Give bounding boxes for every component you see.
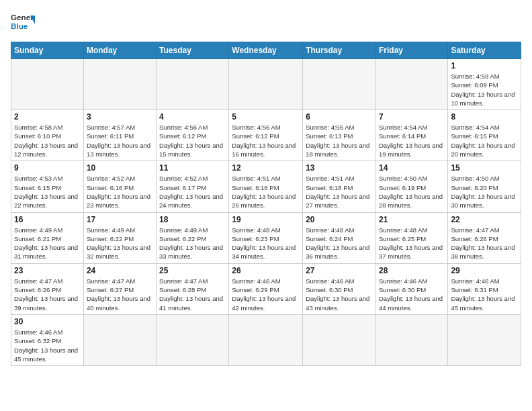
day-cell: 28Sunrise: 4:46 AMSunset: 6:30 PMDayligh…: [375, 263, 447, 314]
day-info: Sunrise: 4:53 AMSunset: 6:15 PMDaylight:…: [14, 174, 81, 210]
day-cell: [157, 59, 229, 110]
day-number: 24: [87, 266, 153, 275]
day-info: Sunrise: 4:59 AMSunset: 6:09 PMDaylight:…: [451, 72, 518, 107]
svg-text:Blue: Blue: [11, 21, 28, 30]
day-info: Sunrise: 4:49 AMSunset: 6:22 PMDaylight:…: [159, 226, 226, 261]
day-info: Sunrise: 4:56 AMSunset: 6:12 PMDaylight:…: [159, 123, 226, 158]
day-number: 21: [379, 215, 445, 224]
weekday-thursday: Thursday: [303, 42, 376, 59]
day-cell: 19Sunrise: 4:48 AMSunset: 6:23 PMDayligh…: [229, 212, 303, 263]
day-number: 19: [232, 215, 300, 224]
day-cell: 6Sunrise: 4:55 AMSunset: 6:13 PMDaylight…: [303, 110, 376, 161]
day-number: 28: [379, 266, 445, 275]
day-cell: 26Sunrise: 4:46 AMSunset: 6:29 PMDayligh…: [229, 263, 303, 314]
day-number: 2: [14, 112, 81, 122]
day-number: 4: [159, 112, 226, 122]
day-info: Sunrise: 4:52 AMSunset: 6:16 PMDaylight:…: [87, 174, 153, 210]
day-cell: 27Sunrise: 4:46 AMSunset: 6:30 PMDayligh…: [303, 263, 376, 314]
weekday-monday: Monday: [83, 42, 156, 59]
day-info: Sunrise: 4:46 AMSunset: 6:29 PMDaylight:…: [232, 277, 300, 312]
week-row-3: 9Sunrise: 4:53 AMSunset: 6:15 PMDaylight…: [11, 161, 521, 212]
day-cell: [448, 314, 521, 365]
day-number: 3: [87, 112, 153, 122]
day-number: 25: [159, 266, 226, 275]
logo: General Blue: [11, 11, 35, 35]
day-cell: 10Sunrise: 4:52 AMSunset: 6:16 PMDayligh…: [83, 161, 156, 212]
day-number: 20: [306, 215, 373, 224]
day-cell: [303, 314, 376, 365]
week-row-5: 23Sunrise: 4:47 AMSunset: 6:26 PMDayligh…: [11, 263, 521, 314]
day-info: Sunrise: 4:48 AMSunset: 6:25 PMDaylight:…: [379, 226, 445, 261]
day-cell: 23Sunrise: 4:47 AMSunset: 6:26 PMDayligh…: [11, 263, 84, 314]
day-number: 26: [232, 266, 300, 275]
week-row-1: 1Sunrise: 4:59 AMSunset: 6:09 PMDaylight…: [11, 59, 521, 110]
day-cell: 25Sunrise: 4:47 AMSunset: 6:28 PMDayligh…: [157, 263, 229, 314]
day-number: 17: [87, 215, 153, 224]
day-cell: 11Sunrise: 4:52 AMSunset: 6:17 PMDayligh…: [157, 161, 229, 212]
day-cell: [157, 314, 229, 365]
day-number: 22: [451, 215, 518, 224]
day-cell: 15Sunrise: 4:50 AMSunset: 6:20 PMDayligh…: [448, 161, 521, 212]
day-number: 13: [306, 163, 373, 173]
day-cell: 1Sunrise: 4:59 AMSunset: 6:09 PMDaylight…: [448, 59, 521, 110]
day-number: 8: [451, 112, 518, 122]
day-number: 7: [379, 112, 445, 122]
day-number: 5: [232, 112, 300, 122]
day-info: Sunrise: 4:51 AMSunset: 6:18 PMDaylight:…: [232, 174, 300, 210]
day-cell: 30Sunrise: 4:46 AMSunset: 6:32 PMDayligh…: [11, 314, 84, 365]
day-cell: [83, 314, 156, 365]
day-info: Sunrise: 4:55 AMSunset: 6:13 PMDaylight:…: [306, 123, 373, 158]
logo-icon: General Blue: [11, 11, 35, 35]
day-number: 16: [14, 215, 81, 224]
day-number: 29: [451, 266, 518, 275]
day-info: Sunrise: 4:56 AMSunset: 6:12 PMDaylight:…: [232, 123, 300, 158]
day-number: 27: [306, 266, 373, 275]
day-cell: 18Sunrise: 4:49 AMSunset: 6:22 PMDayligh…: [157, 212, 229, 263]
day-cell: 7Sunrise: 4:54 AMSunset: 6:14 PMDaylight…: [375, 110, 447, 161]
day-cell: 12Sunrise: 4:51 AMSunset: 6:18 PMDayligh…: [229, 161, 303, 212]
day-number: 12: [232, 163, 300, 173]
day-cell: 5Sunrise: 4:56 AMSunset: 6:12 PMDaylight…: [229, 110, 303, 161]
day-cell: 24Sunrise: 4:47 AMSunset: 6:27 PMDayligh…: [83, 263, 156, 314]
day-cell: [229, 314, 303, 365]
weekday-sunday: Sunday: [11, 42, 84, 59]
day-info: Sunrise: 4:46 AMSunset: 6:30 PMDaylight:…: [379, 277, 445, 312]
day-number: 18: [159, 215, 226, 224]
calendar: SundayMondayTuesdayWednesdayThursdayFrid…: [11, 42, 521, 366]
day-cell: 3Sunrise: 4:57 AMSunset: 6:11 PMDaylight…: [83, 110, 156, 161]
day-cell: [303, 59, 376, 110]
day-cell: 29Sunrise: 4:46 AMSunset: 6:31 PMDayligh…: [448, 263, 521, 314]
day-info: Sunrise: 4:57 AMSunset: 6:11 PMDaylight:…: [87, 123, 153, 158]
week-row-4: 16Sunrise: 4:49 AMSunset: 6:21 PMDayligh…: [11, 212, 521, 263]
weekday-wednesday: Wednesday: [229, 42, 303, 59]
day-cell: 16Sunrise: 4:49 AMSunset: 6:21 PMDayligh…: [11, 212, 84, 263]
day-cell: 20Sunrise: 4:48 AMSunset: 6:24 PMDayligh…: [303, 212, 376, 263]
day-info: Sunrise: 4:47 AMSunset: 6:26 PMDaylight:…: [451, 226, 518, 261]
day-cell: [83, 59, 156, 110]
day-info: Sunrise: 4:47 AMSunset: 6:26 PMDaylight:…: [14, 277, 81, 312]
day-info: Sunrise: 4:49 AMSunset: 6:22 PMDaylight:…: [87, 226, 153, 261]
day-cell: [375, 314, 447, 365]
day-info: Sunrise: 4:49 AMSunset: 6:21 PMDaylight:…: [14, 226, 81, 261]
weekday-tuesday: Tuesday: [157, 42, 229, 59]
week-row-6: 30Sunrise: 4:46 AMSunset: 6:32 PMDayligh…: [11, 314, 521, 365]
day-number: 30: [14, 317, 81, 326]
day-number: 23: [14, 266, 81, 275]
day-info: Sunrise: 4:47 AMSunset: 6:28 PMDaylight:…: [159, 277, 226, 312]
day-cell: 9Sunrise: 4:53 AMSunset: 6:15 PMDaylight…: [11, 161, 84, 212]
day-info: Sunrise: 4:46 AMSunset: 6:31 PMDaylight:…: [451, 277, 518, 312]
day-cell: [375, 59, 447, 110]
day-number: 1: [451, 61, 518, 71]
weekday-saturday: Saturday: [448, 42, 521, 59]
day-info: Sunrise: 4:58 AMSunset: 6:10 PMDaylight:…: [14, 123, 81, 158]
day-info: Sunrise: 4:48 AMSunset: 6:24 PMDaylight:…: [306, 226, 373, 261]
day-number: 11: [159, 163, 226, 173]
week-row-2: 2Sunrise: 4:58 AMSunset: 6:10 PMDaylight…: [11, 110, 521, 161]
day-info: Sunrise: 4:54 AMSunset: 6:14 PMDaylight:…: [379, 123, 445, 158]
day-info: Sunrise: 4:48 AMSunset: 6:23 PMDaylight:…: [232, 226, 300, 261]
day-info: Sunrise: 4:50 AMSunset: 6:19 PMDaylight:…: [379, 174, 445, 210]
day-cell: 22Sunrise: 4:47 AMSunset: 6:26 PMDayligh…: [448, 212, 521, 263]
day-cell: 8Sunrise: 4:54 AMSunset: 6:15 PMDaylight…: [448, 110, 521, 161]
day-cell: 21Sunrise: 4:48 AMSunset: 6:25 PMDayligh…: [375, 212, 447, 263]
day-cell: 17Sunrise: 4:49 AMSunset: 6:22 PMDayligh…: [83, 212, 156, 263]
